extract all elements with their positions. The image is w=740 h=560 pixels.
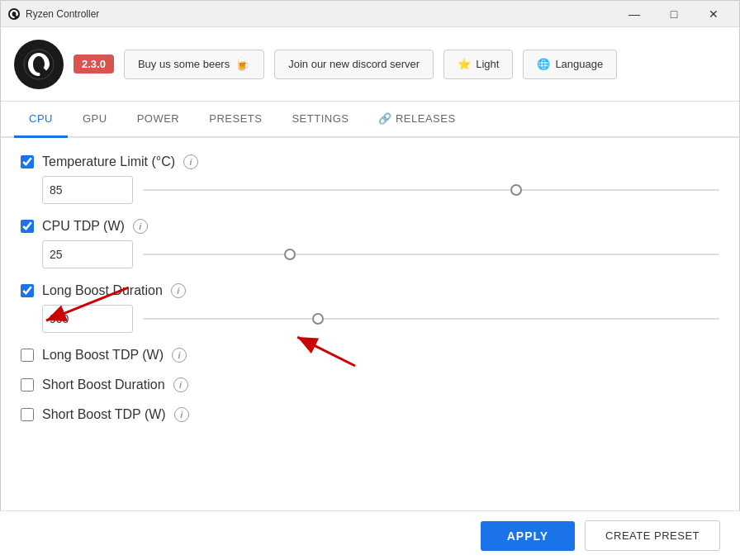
language-button[interactable]: 🌐 Language — [523, 50, 617, 79]
version-badge: 2.3.0 — [74, 55, 114, 74]
long-boost-duration-info-icon[interactable]: i — [171, 283, 186, 298]
tab-cpu[interactable]: CPU — [14, 102, 68, 138]
cpu-tdp-row: CPU TDP (W) i — [21, 219, 719, 268]
temp-limit-controls — [42, 176, 719, 204]
globe-icon: 🌐 — [537, 58, 550, 70]
long-boost-duration-header: Long Boost Duration i — [21, 283, 719, 298]
nav-tabs: CPU GPU POWER PRESETS SETTINGS 🔗 RELEASE… — [1, 102, 739, 138]
short-boost-tdp-row: Short Boost TDP (W) i — [21, 407, 719, 422]
cpu-tdp-controls — [42, 240, 719, 268]
long-boost-tdp-label: Long Boost TDP (W) — [42, 348, 164, 363]
cpu-tdp-slider[interactable] — [143, 254, 719, 255]
short-boost-tdp-checkbox[interactable] — [21, 408, 34, 421]
short-boost-tdp-info-icon[interactable]: i — [174, 407, 189, 422]
long-boost-duration-slider[interactable] — [143, 318, 719, 320]
tab-presets[interactable]: PRESETS — [194, 102, 277, 138]
logo — [14, 40, 64, 89]
tab-releases[interactable]: 🔗 RELEASES — [363, 102, 470, 138]
light-button[interactable]: ⭐ Light — [444, 50, 513, 79]
short-boost-duration-row: Short Boost Duration i — [21, 377, 719, 392]
cpu-tdp-info-icon[interactable]: i — [133, 219, 148, 234]
long-boost-duration-controls — [42, 305, 719, 333]
cpu-tdp-label: CPU TDP (W) — [42, 219, 125, 234]
temp-limit-info-icon[interactable]: i — [183, 154, 198, 169]
long-boost-duration-row: Long Boost Duration i — [21, 283, 719, 333]
long-boost-tdp-row: Long Boost TDP (W) i — [21, 348, 719, 363]
tab-gpu[interactable]: GPU — [68, 102, 122, 138]
long-boost-tdp-header: Long Boost TDP (W) i — [21, 348, 719, 363]
tab-settings[interactable]: SETTINGS — [277, 102, 363, 138]
maximize-button[interactable]: □ — [655, 1, 693, 27]
apply-button[interactable]: APPLY — [481, 521, 575, 551]
long-boost-duration-checkbox[interactable] — [21, 284, 34, 297]
temp-limit-input[interactable] — [42, 176, 133, 204]
main-content: Temperature Limit (°C) i CPU TDP (W) i — [1, 138, 739, 560]
short-boost-tdp-header: Short Boost TDP (W) i — [21, 407, 719, 422]
temp-limit-header: Temperature Limit (°C) i — [21, 154, 719, 169]
app-icon — [7, 7, 21, 21]
long-boost-duration-input[interactable] — [42, 305, 133, 333]
cpu-tdp-header: CPU TDP (W) i — [21, 219, 719, 234]
discord-button[interactable]: Join our new discord server — [274, 50, 434, 79]
long-boost-duration-slider-container — [143, 311, 719, 327]
temp-limit-row: Temperature Limit (°C) i — [21, 154, 719, 204]
link-icon: 🔗 — [378, 112, 392, 125]
app-title: Ryzen Controller — [26, 8, 615, 20]
close-button[interactable]: ✕ — [695, 1, 733, 27]
temp-limit-slider[interactable] — [143, 189, 719, 191]
cpu-tdp-slider-container — [143, 246, 719, 263]
title-bar: Ryzen Controller — □ ✕ — [1, 1, 739, 27]
create-preset-button[interactable]: CREATE PRESET — [585, 520, 720, 551]
temp-limit-checkbox[interactable] — [21, 155, 34, 168]
temp-limit-label: Temperature Limit (°C) — [42, 154, 175, 169]
short-boost-duration-info-icon[interactable]: i — [173, 377, 188, 392]
temp-limit-slider-container — [143, 182, 719, 198]
cpu-tdp-checkbox[interactable] — [21, 220, 34, 233]
short-boost-tdp-label: Short Boost TDP (W) — [42, 407, 166, 422]
sun-icon: ⭐ — [458, 58, 471, 70]
tab-power[interactable]: POWER — [122, 102, 195, 138]
bottom-bar: APPLY CREATE PRESET — [0, 510, 740, 560]
window-controls: — □ ✕ — [615, 1, 733, 27]
app-header: 2.3.0 Buy us some beers 🍺 Join our new d… — [1, 27, 739, 102]
long-boost-tdp-info-icon[interactable]: i — [172, 348, 187, 363]
logo-icon — [22, 48, 55, 81]
long-boost-tdp-checkbox[interactable] — [21, 349, 34, 362]
short-boost-duration-label: Short Boost Duration — [42, 377, 165, 392]
long-boost-duration-label: Long Boost Duration — [42, 283, 163, 298]
cpu-tdp-input[interactable] — [42, 240, 133, 268]
short-boost-duration-checkbox[interactable] — [21, 378, 34, 392]
short-boost-duration-header: Short Boost Duration i — [21, 377, 719, 392]
beers-button[interactable]: Buy us some beers 🍺 — [124, 50, 264, 79]
beer-icon: 🍺 — [235, 57, 250, 72]
minimize-button[interactable]: — — [615, 1, 653, 27]
